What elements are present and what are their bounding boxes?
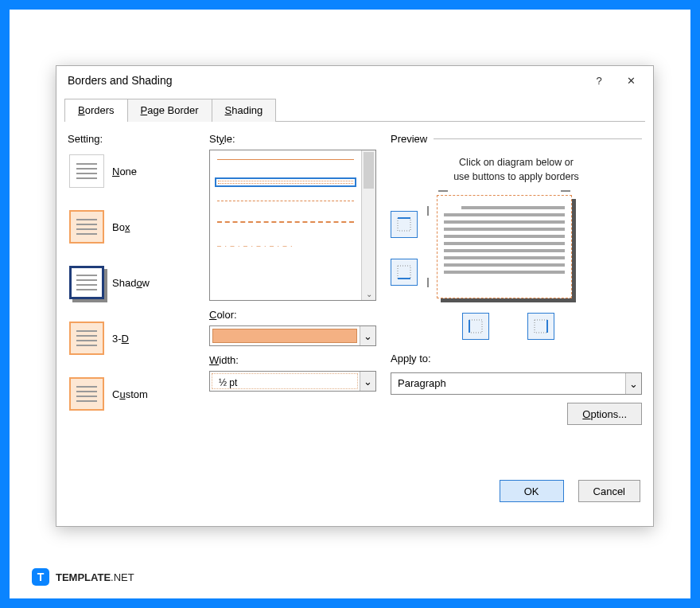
- close-icon: ✕: [627, 75, 636, 87]
- tab-borders[interactable]: Borders: [64, 99, 128, 122]
- dialog-title: Borders and Shading: [68, 74, 583, 87]
- chevron-down-icon: ⌄: [360, 326, 375, 345]
- titlebar: Borders and Shading ? ✕: [56, 66, 653, 95]
- tab-page-border[interactable]: Page Border: [127, 99, 212, 122]
- border-left-button[interactable]: [462, 313, 489, 340]
- style-list: [210, 150, 361, 300]
- preview-label: Preview: [391, 133, 642, 145]
- svg-rect-2: [398, 266, 410, 279]
- setting-none[interactable]: None: [69, 154, 195, 188]
- svg-rect-6: [535, 320, 547, 333]
- border-bottom-button[interactable]: [391, 259, 418, 286]
- left-border-buttons: [391, 211, 418, 286]
- style-listbox[interactable]: ⌄: [209, 150, 376, 301]
- setting-custom-label: Custom: [112, 388, 148, 400]
- setting-shadow[interactable]: Shadow: [69, 266, 195, 299]
- color-swatch: [212, 329, 357, 343]
- dialog-footer: OK Cancel: [56, 480, 653, 515]
- chevron-down-icon: ⌄: [625, 373, 641, 394]
- border-left-icon: [468, 318, 484, 334]
- setting-none-label: None: [112, 166, 137, 177]
- help-icon: ?: [596, 75, 601, 87]
- border-top-icon: [396, 216, 412, 232]
- preview-diagram[interactable]: [437, 195, 572, 298]
- setting-shadow-label: Shadow: [112, 277, 150, 289]
- setting-3d[interactable]: 3-D: [69, 322, 195, 355]
- style-option-solid[interactable]: [215, 157, 356, 166]
- style-option-dashdot[interactable]: [215, 240, 356, 249]
- custom-icon: [69, 377, 104, 411]
- color-label: Color:: [209, 309, 376, 321]
- border-right-button[interactable]: [527, 313, 554, 340]
- svg-rect-4: [469, 320, 482, 333]
- scroll-down-icon[interactable]: ⌄: [362, 290, 375, 298]
- apply-to-label: Apply to:: [391, 353, 642, 364]
- brand-logo-icon: T: [32, 568, 49, 586]
- cancel-button[interactable]: Cancel: [578, 480, 640, 502]
- style-column: Style: ⌄ Color:: [209, 133, 376, 474]
- preview-hint: Click on diagram below or use buttons to…: [391, 156, 642, 184]
- close-button[interactable]: ✕: [615, 68, 647, 92]
- options-button[interactable]: Options...: [567, 403, 642, 425]
- preview-column: Preview Click on diagram below or use bu…: [391, 133, 642, 474]
- style-scrollbar[interactable]: ⌄: [361, 150, 375, 300]
- setting-column: Setting: None Box Shadow 3-D: [68, 133, 195, 474]
- help-button[interactable]: ?: [583, 68, 615, 92]
- bottom-border-buttons: [462, 313, 642, 340]
- svg-rect-0: [398, 218, 410, 231]
- apply-to-value: Paragraph: [391, 373, 625, 394]
- brand: T TEMPLATE.NET: [32, 568, 134, 586]
- threed-icon: [69, 322, 104, 355]
- scroll-thumb[interactable]: [364, 152, 374, 189]
- setting-custom[interactable]: Custom: [69, 377, 195, 411]
- chevron-down-icon: ⌄: [360, 372, 375, 391]
- ok-button[interactable]: OK: [500, 480, 564, 502]
- dialog-body: Setting: None Box Shadow 3-D: [56, 122, 653, 480]
- width-label: Width:: [209, 354, 376, 366]
- brand-text: TEMPLATE.NET: [56, 571, 134, 583]
- width-value: ½ pt: [212, 373, 358, 389]
- tab-strip: Borders Page Border Shading: [64, 98, 645, 122]
- style-option-dotted[interactable]: [215, 177, 356, 187]
- style-label: Style:: [209, 133, 376, 145]
- shadow-icon: [69, 266, 104, 299]
- preview-area: [391, 195, 642, 298]
- style-option-dash-large[interactable]: [215, 219, 356, 228]
- border-right-icon: [533, 318, 549, 334]
- preview-diagram-wrap: [430, 195, 578, 298]
- style-option-dash-small[interactable]: [215, 198, 356, 208]
- setting-3d-label: 3-D: [112, 333, 129, 345]
- none-icon: [69, 154, 104, 188]
- border-top-button[interactable]: [391, 211, 418, 238]
- setting-box-label: Box: [112, 221, 130, 233]
- setting-box[interactable]: Box: [69, 210, 195, 244]
- border-bottom-icon: [396, 264, 412, 280]
- tab-shading[interactable]: Shading: [212, 99, 277, 122]
- setting-label: Setting:: [68, 133, 195, 145]
- apply-to-dropdown[interactable]: Paragraph ⌄: [391, 372, 642, 395]
- page-frame: Borders and Shading ? ✕ Borders Page Bor…: [0, 0, 700, 608]
- width-dropdown[interactable]: ½ pt ⌄: [209, 371, 376, 392]
- color-dropdown[interactable]: ⌄: [209, 325, 376, 346]
- borders-shading-dialog: Borders and Shading ? ✕ Borders Page Bor…: [56, 65, 654, 527]
- box-icon: [69, 210, 104, 244]
